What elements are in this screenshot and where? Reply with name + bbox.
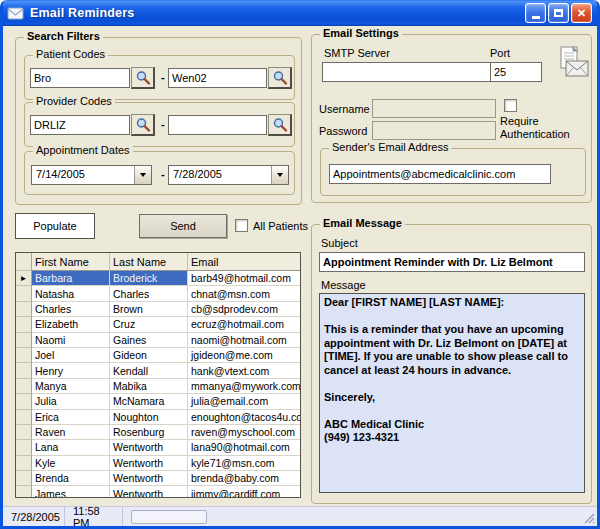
cell[interactable]: Wentworth (110, 440, 188, 455)
table-row[interactable]: ElizabethCruzecruz@hotmail.com (16, 317, 300, 332)
cell[interactable]: Gideon (110, 348, 188, 363)
table-row[interactable]: CharlesBrowncb@sdprodev.com (16, 302, 300, 317)
table-row[interactable]: HenryKendallhank@vtext.com (16, 363, 300, 378)
resize-grip-icon[interactable] (582, 511, 595, 524)
row-header[interactable] (16, 317, 32, 332)
cell[interactable]: ecruz@hotmail.com (188, 317, 300, 332)
row-header[interactable] (16, 379, 32, 394)
table-row[interactable]: BrendaWentworthbrenda@baby.com (16, 471, 300, 486)
row-header[interactable] (16, 348, 32, 363)
cell[interactable]: chnat@msn.com (188, 286, 300, 301)
cell[interactable]: hank@vtext.com (188, 363, 300, 378)
cell[interactable]: enoughton@tacos4u.com (188, 410, 300, 425)
cell[interactable]: Naomi (32, 333, 110, 348)
row-header[interactable] (16, 471, 32, 486)
row-header[interactable] (16, 440, 32, 455)
cell[interactable]: Barbara (32, 271, 110, 286)
provider-code-to-input[interactable] (168, 115, 267, 135)
cell[interactable]: Rosenburg (110, 425, 188, 440)
table-row[interactable]: JoelGideonjgideon@me.com (16, 348, 300, 363)
cell[interactable]: Kendall (110, 363, 188, 378)
table-row[interactable]: ManyaMabikammanya@mywork.com (16, 379, 300, 394)
maximize-button[interactable] (548, 3, 569, 23)
cell[interactable]: Brenda (32, 471, 110, 486)
cell[interactable]: raven@myschool.com (188, 425, 300, 440)
cell[interactable]: jgideon@me.com (188, 348, 300, 363)
table-row[interactable]: JuliaMcNamarajulia@email.com (16, 394, 300, 409)
column-header-last-name[interactable]: Last Name (110, 253, 188, 271)
row-header[interactable] (16, 486, 32, 498)
cell[interactable]: James (32, 486, 110, 498)
table-row[interactable]: EricaNoughtonenoughton@tacos4u.com (16, 410, 300, 425)
all-patients-checkbox[interactable] (235, 219, 248, 232)
cell[interactable]: barb49@hotmail.com (188, 271, 300, 286)
patient-code-from-input[interactable] (30, 68, 130, 88)
cell[interactable]: kyle71@msn.com (188, 456, 300, 471)
row-header[interactable] (16, 425, 32, 440)
sender-email-input[interactable] (329, 164, 551, 184)
send-email-icon[interactable] (554, 45, 590, 82)
cell[interactable]: cb@sdprodev.com (188, 302, 300, 317)
cell[interactable]: Charles (110, 286, 188, 301)
row-header[interactable] (16, 456, 32, 471)
cell[interactable]: Kyle (32, 456, 110, 471)
cell[interactable]: Gaines (110, 333, 188, 348)
cell[interactable]: Elizabeth (32, 317, 110, 332)
column-header-email[interactable]: Email (188, 253, 300, 271)
current-row-indicator[interactable]: ► (16, 271, 32, 286)
provider-code-from-input[interactable] (30, 115, 130, 135)
cell[interactable]: jimmy@cardiff.com (188, 486, 300, 498)
cell[interactable]: Broderick (110, 271, 188, 286)
populate-button[interactable]: Populate (15, 213, 95, 239)
row-header[interactable] (16, 363, 32, 378)
cell[interactable]: Joel (32, 348, 110, 363)
row-header[interactable] (16, 410, 32, 425)
column-header-first-name[interactable]: First Name (32, 253, 110, 271)
minimize-button[interactable] (525, 3, 546, 23)
cell[interactable]: mmanya@mywork.com (188, 379, 300, 394)
require-authentication-checkbox[interactable] (504, 99, 517, 112)
cell[interactable]: Mabika (110, 379, 188, 394)
row-header[interactable] (16, 333, 32, 348)
message-textarea[interactable]: Dear [FIRST NAME] [LAST NAME]: This is a… (319, 293, 585, 493)
cell[interactable]: julia@email.com (188, 394, 300, 409)
send-button[interactable]: Send (139, 214, 227, 238)
table-row[interactable]: NatashaCharleschnat@msn.com (16, 286, 300, 301)
patient-code-to-search-button[interactable] (268, 67, 292, 89)
cell[interactable]: Erica (32, 410, 110, 425)
provider-code-to-search-button[interactable] (268, 114, 292, 136)
cell[interactable]: Wentworth (110, 471, 188, 486)
dropdown-button[interactable] (134, 166, 151, 184)
cell[interactable]: Julia (32, 394, 110, 409)
patient-code-from-search-button[interactable] (131, 67, 155, 89)
row-header[interactable] (16, 286, 32, 301)
close-button[interactable]: ✕ (571, 3, 592, 23)
subject-input[interactable] (319, 252, 585, 272)
dropdown-button[interactable] (271, 166, 288, 184)
cell[interactable]: Raven (32, 425, 110, 440)
cell[interactable]: lana90@hotmail.com (188, 440, 300, 455)
cell[interactable]: Lana (32, 440, 110, 455)
row-header[interactable] (16, 302, 32, 317)
cell[interactable]: Noughton (110, 410, 188, 425)
cell[interactable]: Brown (110, 302, 188, 317)
cell[interactable]: Wentworth (110, 486, 188, 498)
username-input[interactable] (372, 99, 496, 118)
table-row[interactable]: JamesWentworthjimmy@cardiff.com (16, 486, 300, 498)
cell[interactable]: Manya (32, 379, 110, 394)
provider-code-from-search-button[interactable] (131, 114, 155, 136)
cell[interactable]: naomi@hotmail.com (188, 333, 300, 348)
cell[interactable]: Cruz (110, 317, 188, 332)
table-row[interactable]: RavenRosenburgraven@myschool.com (16, 425, 300, 440)
date-to-dropdown[interactable]: 7/28/2005 (168, 165, 289, 185)
cell[interactable]: Henry (32, 363, 110, 378)
password-input[interactable] (372, 121, 496, 140)
cell[interactable]: Charles (32, 302, 110, 317)
table-row[interactable]: NaomiGainesnaomi@hotmail.com (16, 333, 300, 348)
cell[interactable]: McNamara (110, 394, 188, 409)
cell[interactable]: brenda@baby.com (188, 471, 300, 486)
cell[interactable]: Natasha (32, 286, 110, 301)
table-row[interactable]: LanaWentworthlana90@hotmail.com (16, 440, 300, 455)
smtp-server-input[interactable] (322, 62, 492, 82)
row-header[interactable] (16, 394, 32, 409)
